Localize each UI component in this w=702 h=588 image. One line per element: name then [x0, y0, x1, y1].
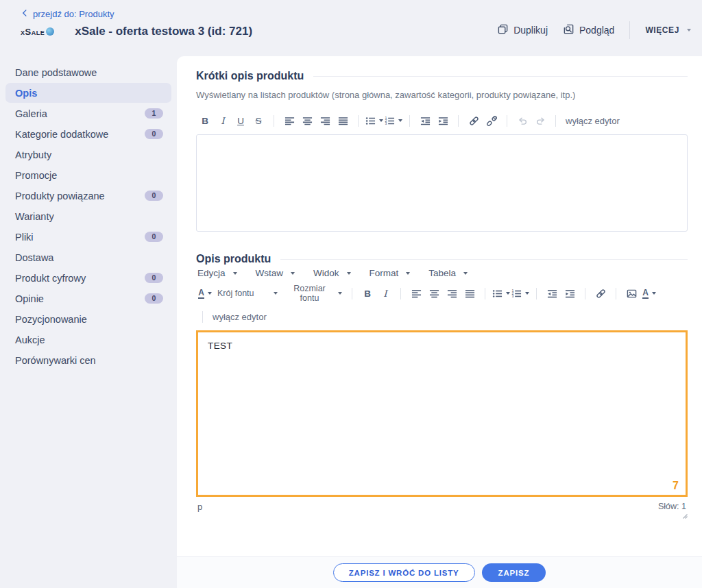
sidebar-item-pliki[interactable]: Pliki0: [5, 227, 171, 247]
align-left-icon: [411, 289, 422, 299]
align-left-button[interactable]: [281, 112, 298, 129]
forecolor-icon: A: [642, 289, 649, 299]
sidebar-item-dane-podstawowe[interactable]: Dane podstawowe: [5, 62, 171, 82]
resize-grip-icon[interactable]: [681, 512, 688, 519]
sidebar-item-produkt-cyfrowy[interactable]: Produkt cyfrowy0: [5, 268, 171, 288]
count-badge: 0: [145, 232, 163, 242]
sidebar-item-label: Promocje: [15, 170, 57, 181]
menu-widok[interactable]: Widok: [313, 268, 351, 278]
disable-editor-link[interactable]: wyłącz edytor: [563, 112, 622, 129]
sidebar-item-aukcje[interactable]: Aukcje: [5, 330, 171, 350]
sidebar-item-produkty-powiązane[interactable]: Produkty powiązane0: [5, 186, 171, 206]
more-button[interactable]: WIĘCEJ: [645, 25, 691, 35]
toolbar-divider: [274, 115, 274, 127]
sidebar-item-promocje[interactable]: Promocje: [5, 165, 171, 185]
description-statusbar: p Słów: 1: [196, 502, 688, 519]
sidebar-item-label: Opinie: [15, 293, 44, 304]
toolbar-divider: [409, 115, 410, 127]
sidebar-item-label: Warianty: [15, 211, 54, 222]
disable-editor-link[interactable]: wyłącz edytor: [210, 308, 269, 325]
align-left-icon: [285, 116, 295, 126]
link-button[interactable]: [465, 112, 482, 129]
short-description-editor[interactable]: [196, 134, 688, 232]
bullet-list-button[interactable]: [365, 112, 383, 129]
sidebar-item-dostawa[interactable]: Dostawa: [5, 247, 171, 267]
outdent-button[interactable]: [417, 112, 433, 129]
forecolor-button[interactable]: A: [641, 285, 657, 302]
menu-edycja[interactable]: Edycja: [197, 268, 237, 278]
sidebar-item-kategorie-dodatkowe[interactable]: Kategorie dodatkowe0: [5, 124, 171, 144]
caret-down-icon: [233, 272, 237, 275]
select-value: Rozmiar fontu: [285, 284, 335, 303]
indent-icon: [565, 289, 575, 299]
sidebar-item-galeria[interactable]: Galeria1: [5, 103, 171, 123]
redo-button[interactable]: [532, 112, 548, 129]
xsale-logo: xSale: [21, 27, 54, 37]
save-and-back-button[interactable]: ZAPISZ I WRÓĆ DO LISTY: [333, 563, 475, 582]
sidebar-item-opinie[interactable]: Opinie0: [5, 289, 171, 308]
undo-button[interactable]: [514, 112, 531, 129]
header-actions: DuplikujPodgląd WIĘCEJ: [497, 21, 691, 39]
menu-format[interactable]: Format: [370, 268, 411, 278]
toolbar-divider: [585, 288, 585, 299]
toolbar-link-label: wyłącz edytor: [210, 312, 269, 322]
numbered-list-button[interactable]: 123: [385, 112, 402, 129]
indent-button[interactable]: [435, 112, 451, 129]
toolbar-divider: [400, 288, 401, 299]
align-right-button[interactable]: [444, 285, 460, 302]
image-button[interactable]: [623, 285, 640, 302]
sidebar-item-pozycjonowanie[interactable]: Pozycjonowanie: [5, 309, 171, 329]
indent-button[interactable]: [561, 285, 578, 302]
font-size-select[interactable]: Rozmiar fontu: [282, 285, 345, 302]
breadcrumb[interactable]: przejdź do: Produkty: [21, 9, 114, 19]
menu-label: Format: [370, 268, 399, 278]
underline-button[interactable]: U: [232, 112, 249, 129]
align-center-button[interactable]: [299, 112, 315, 129]
bold-button[interactable]: B: [359, 285, 376, 302]
caret-down-icon: [274, 292, 278, 295]
sidebar-item-label: Aukcje: [15, 334, 45, 345]
menu-label: Wstaw: [256, 268, 284, 278]
align-left-button[interactable]: [408, 285, 424, 302]
logo-text: xSale: [21, 27, 45, 37]
description-editor[interactable]: TEST 7: [196, 330, 688, 497]
short-description-toolbar: BIUS123wyłącz edytor: [196, 111, 688, 130]
outdent-button[interactable]: [544, 285, 560, 302]
align-right-icon: [320, 116, 330, 126]
indent-icon: [438, 116, 448, 126]
menu-tabela[interactable]: Tabela: [428, 268, 468, 278]
sidebar: Dane podstawoweOpisGaleria1Kategorie dod…: [0, 56, 177, 588]
font-family-select[interactable]: Krój fontu: [215, 285, 280, 302]
numbered-list-button[interactable]: 123: [511, 285, 529, 302]
bullet-list-button[interactable]: [492, 285, 510, 302]
sidebar-item-warianty[interactable]: Warianty: [5, 206, 171, 226]
align-center-button[interactable]: [426, 285, 442, 302]
save-button[interactable]: ZAPISZ: [482, 563, 546, 582]
italic-button[interactable]: I: [215, 112, 231, 129]
bold-button[interactable]: B: [197, 112, 213, 129]
unlink-button[interactable]: [483, 112, 500, 129]
chevron-down-icon: [687, 29, 691, 32]
menu-label: Widok: [313, 268, 339, 278]
toolbar-divider: [616, 288, 616, 299]
strikethrough-button[interactable]: S: [250, 112, 267, 129]
forecolor-button[interactable]: A: [197, 285, 213, 302]
svg-text:3: 3: [512, 294, 514, 298]
podgląd-button[interactable]: Podgląd: [563, 23, 614, 37]
sidebar-item-porównywarki-cen[interactable]: Porównywarki cen: [5, 350, 171, 370]
sidebar-item-atrybuty[interactable]: Atrybuty: [5, 145, 171, 164]
align-right-button[interactable]: [317, 112, 333, 129]
align-justify-button[interactable]: [335, 112, 351, 129]
numbered-list-icon: 123: [511, 289, 522, 299]
caret-down-icon: [379, 119, 383, 122]
menu-wstaw[interactable]: Wstaw: [256, 268, 295, 278]
italic-button[interactable]: I: [377, 285, 394, 302]
bold-icon: B: [202, 116, 208, 126]
link-button[interactable]: [592, 285, 609, 302]
description-toolbar-row2: wyłącz edytor: [196, 307, 688, 326]
align-justify-button[interactable]: [461, 285, 478, 302]
sidebar-item-opis[interactable]: Opis: [5, 83, 171, 103]
numbered-list-icon: 123: [385, 116, 395, 126]
align-center-icon: [302, 116, 313, 126]
duplikuj-button[interactable]: Duplikuj: [497, 23, 548, 37]
